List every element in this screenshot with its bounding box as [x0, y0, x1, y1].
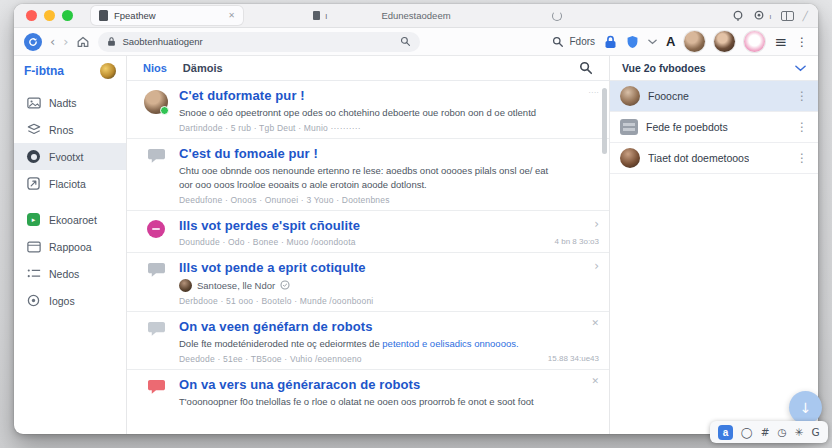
sidebar-item-5[interactable]: Rappooa — [14, 233, 126, 260]
topic-title[interactable]: C'et duformate pur ! — [179, 88, 583, 103]
row-more-icon[interactable]: ⋮ — [796, 89, 808, 103]
panel-avatar — [620, 86, 640, 106]
panel-header[interactable]: Vue 2o fvbodoes — [610, 56, 818, 81]
profile-avatar-2[interactable] — [714, 31, 735, 52]
notifications-pin-icon[interactable] — [753, 10, 765, 22]
panel-row-label: Fooocne — [648, 90, 689, 102]
scroll-down-button[interactable]: ↓ — [789, 391, 822, 424]
more-options-icon[interactable]: ⋮ — [796, 35, 808, 49]
topic-meta: Deedufone · Onoos · Onunoei · 3 Youo · D… — [179, 195, 583, 205]
panel-avatar — [620, 148, 640, 168]
panel-row-3[interactable]: Tiaet dot doemetooos ⋮ — [610, 143, 818, 174]
account-pin-icon[interactable] — [732, 10, 744, 22]
page-search-icon[interactable] — [400, 36, 411, 47]
chevron-down-icon[interactable] — [648, 39, 657, 45]
forward-button[interactable]: › — [63, 35, 68, 48]
author-name[interactable]: Santoese, lle Ndor — [197, 280, 275, 291]
resize-handle-icon: ╱ — [803, 11, 808, 21]
topic-author-avatar — [144, 90, 168, 114]
status-dot-icon — [147, 220, 165, 238]
active-browser-tab[interactable]: Fpeathew ✕ — [91, 6, 243, 25]
toolbar-right-cluster: Fdors A ≡ ⋮ — [552, 31, 808, 52]
tabbar-right-icons: ı ╱ — [732, 4, 808, 28]
site-logo[interactable]: F-ibtna — [24, 64, 64, 78]
sidebar-item-4[interactable]: ▸ Ekooaroet — [14, 206, 126, 233]
search-label: Fdors — [569, 36, 595, 47]
panel-title: Vue 2o fvbodoes — [622, 62, 706, 74]
grid-icon[interactable]: # — [761, 426, 770, 438]
globe-icon[interactable]: G — [812, 426, 820, 438]
minimize-window-button[interactable] — [44, 10, 55, 21]
topic-row-5[interactable]: On va veen généfarn de robots Dole fte m… — [127, 312, 609, 370]
gear-icon[interactable]: ✳ — [795, 426, 804, 438]
sidebar-item-3[interactable]: Flaciota — [14, 170, 126, 197]
clock-icon[interactable]: ◷ — [778, 426, 787, 438]
loading-spinner-icon — [552, 11, 562, 21]
row-more-icon[interactable]: ⋮ — [796, 151, 808, 165]
topic-row-4[interactable]: Ills vot pende a eprit cotiqulte Santoes… — [127, 253, 609, 312]
sidebar-nav: Nadts Rnos Fvootxt — [14, 89, 126, 314]
discussion-list-column: Nios Dämois C'et duformate pur ! Snooe o… — [127, 56, 610, 434]
topic-row-3[interactable]: Ills vot perdes e'spit cñoulite Doundude… — [127, 211, 609, 253]
profile-avatar-3[interactable] — [744, 31, 765, 52]
topic-excerpt: Chtu ooe obnnde oos nenounde ertenno re … — [179, 164, 583, 177]
profile-avatar-1[interactable] — [684, 31, 705, 52]
chevron-right-icon[interactable]: › — [594, 260, 599, 272]
sidebar-item-1[interactable]: Rnos — [14, 116, 126, 143]
topic-title[interactable]: Ills vot perdes e'spit cñoulite — [179, 218, 583, 233]
sidebar-item-0[interactable]: Nadts — [14, 89, 126, 116]
sidebar-item-2-selected[interactable]: Fvootxt — [14, 143, 126, 170]
close-window-button[interactable] — [26, 10, 37, 21]
secondary-browser-tab[interactable]: ı — [313, 11, 328, 21]
panel-row-2[interactable]: Fede fe poebdots ⋮ — [610, 112, 818, 143]
menu-icon[interactable]: ≡ — [774, 33, 787, 51]
topic-row-6[interactable]: On va vers una généraracon de robots T'o… — [127, 370, 609, 413]
privacy-lock-icon[interactable] — [604, 35, 617, 49]
search-shortcut[interactable]: Fdors — [552, 36, 595, 48]
topic-title[interactable]: C'est du fomoale pur ! — [179, 146, 583, 161]
address-bar[interactable]: Saobtenhuatiogenr — [98, 32, 420, 52]
chevron-down-icon[interactable] — [795, 65, 806, 72]
app-icon[interactable]: a — [718, 425, 733, 440]
chevron-right-icon[interactable]: › — [594, 218, 599, 230]
window-title: Edunestaodeem — [381, 10, 450, 21]
tab-latest[interactable]: Dämois — [183, 62, 223, 74]
dismiss-icon[interactable]: ✕ — [591, 319, 599, 328]
close-tab-icon[interactable]: ✕ — [228, 11, 235, 20]
page-favicon — [99, 10, 108, 21]
user-avatar-small[interactable] — [100, 63, 116, 79]
list-header: Nios Dämois — [127, 56, 609, 81]
back-button[interactable]: ‹ — [50, 35, 55, 48]
left-sidebar: F-ibtna Nadts Rnos — [14, 56, 127, 434]
topic-excerpt: Snooe o oéo opeetronnt ope odes oo chote… — [179, 106, 583, 119]
search-icon — [552, 36, 564, 48]
home-icon[interactable] — [76, 35, 90, 49]
topic-title[interactable]: Ills vot pende a eprit cotiqulte — [179, 260, 583, 275]
dismiss-icon[interactable]: ✕ — [591, 377, 599, 386]
reload-button[interactable] — [24, 33, 42, 51]
shield-icon[interactable] — [626, 35, 639, 49]
zoom-window-button[interactable] — [62, 10, 73, 21]
topic-row-2[interactable]: C'est du fomoale pur ! Chtu ooe obnnde o… — [127, 139, 609, 211]
sidebar-item-6[interactable]: Nedos — [14, 260, 126, 287]
tab2-label: ı — [325, 11, 328, 21]
sidebar-item-7[interactable]: Iogos — [14, 287, 126, 314]
row-more-icon[interactable]: ⋮ — [796, 120, 808, 134]
reader-font-icon[interactable]: A — [666, 34, 675, 49]
mini-toolbar: a ◯ # ◷ ✳ G — [710, 421, 828, 443]
topic-row-1[interactable]: C'et duformate pur ! Snooe o oéo opeetro… — [127, 81, 609, 139]
browser-toolbar: ‹ › Saobtenhuatiogenr — [14, 28, 818, 56]
excerpt-link[interactable]: petentod e oelisadics onnoooos. — [382, 338, 518, 349]
topic-title[interactable]: On va veen généfarn de robots — [179, 319, 583, 334]
topic-title[interactable]: On va vers una généraracon de robots — [179, 377, 583, 392]
tab-new[interactable]: Nios — [143, 62, 167, 74]
chat-bubble-icon — [147, 148, 166, 165]
circle-icon[interactable]: ◯ — [741, 426, 753, 438]
list-search-icon[interactable] — [579, 61, 593, 75]
reload-icon — [28, 37, 38, 47]
list-icon — [26, 268, 41, 279]
url-text: Saobtenhuatiogenr — [122, 36, 202, 47]
list-scrollbar[interactable] — [602, 88, 607, 154]
panel-row-1[interactable]: Fooocne ⋮ — [610, 81, 818, 112]
sidebar-toggle-icon[interactable] — [781, 11, 794, 21]
